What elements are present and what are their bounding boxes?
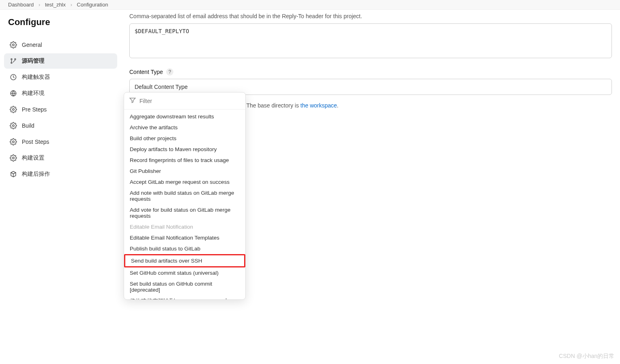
help-icon[interactable]: ?	[166, 68, 173, 76]
breadcrumb-sep: ›	[70, 2, 72, 8]
dropdown-item-8[interactable]: Add vote for build status on GitLab merg…	[124, 204, 245, 221]
dropdown-item-2[interactable]: Build other projects	[124, 133, 245, 144]
sidebar-item-5[interactable]: Build	[4, 118, 117, 133]
sidebar-item-1[interactable]: 源码管理	[4, 53, 117, 69]
gear-icon	[10, 122, 17, 129]
content-type-label: Content Type	[129, 69, 163, 75]
sidebar-item-label: Pre Steps	[22, 106, 46, 113]
sidebar-item-label: 构建设置	[22, 154, 44, 162]
filter-input[interactable]	[139, 98, 240, 104]
sidebar-item-label: 构建环境	[22, 90, 44, 97]
svg-point-0	[13, 44, 15, 46]
dropdown-item-7[interactable]: Add note with build status on GitLab mer…	[124, 187, 245, 204]
svg-point-8	[13, 141, 15, 143]
sidebar-item-4[interactable]: Pre Steps	[4, 102, 117, 117]
page-title: Configure	[8, 17, 113, 27]
breadcrumb-item[interactable]: Dashboard	[8, 2, 34, 8]
dropdown-item-14[interactable]: Set build status on GitHub commit [depre…	[124, 278, 245, 295]
breadcrumb: Dashboard › test_zhlx › Configuration	[0, 0, 620, 10]
breadcrumb-item[interactable]: Configuration	[77, 2, 108, 8]
dropdown-item-13[interactable]: Set GitHub commit status (universal)	[124, 267, 245, 278]
dropdown-item-15[interactable]: 将构建状态评论到 Gitee Pull Request 中	[124, 295, 245, 299]
dropdown-item-0[interactable]: Aggregate downstream test results	[124, 111, 245, 122]
gear-icon	[10, 154, 17, 162]
dropdown-item-5[interactable]: Git Publisher	[124, 166, 245, 177]
filter-icon	[129, 97, 136, 105]
branch-icon	[10, 57, 17, 65]
gear-icon	[10, 106, 17, 113]
sidebar-item-2[interactable]: 构建触发器	[4, 69, 117, 85]
sidebar-item-label: Post Steps	[22, 139, 49, 145]
sidebar-item-label: 构建触发器	[22, 74, 50, 81]
dropdown-item-11[interactable]: Publish build status to GitLab	[124, 243, 245, 254]
gear-icon	[10, 41, 17, 48]
clock-icon	[10, 74, 17, 81]
dropdown-item-4[interactable]: Record fingerprints of files to track us…	[124, 155, 245, 166]
sidebar-item-7[interactable]: 构建设置	[4, 150, 117, 166]
svg-point-9	[13, 157, 15, 159]
dropdown-item-3[interactable]: Deploy artifacts to Maven repository	[124, 144, 245, 155]
postbuild-dropdown: Aggregate downstream test resultsArchive…	[124, 92, 246, 300]
svg-point-7	[13, 125, 15, 127]
breadcrumb-item[interactable]: test_zhlx	[45, 2, 65, 8]
sidebar-item-6[interactable]: Post Steps	[4, 134, 117, 149]
gear-icon	[10, 138, 17, 145]
sidebar-item-8[interactable]: 构建后操作	[4, 166, 117, 182]
sidebar-item-label: 构建后操作	[22, 170, 50, 178]
sidebar-item-3[interactable]: 构建环境	[4, 86, 117, 101]
sidebar-item-label: Build	[22, 122, 34, 129]
package-icon	[10, 170, 17, 178]
dropdown-item-9: Editable Email Notification	[124, 221, 245, 232]
replyto-description: Comma-separated list of email address th…	[129, 13, 612, 19]
sidebar-item-label: 源码管理	[22, 57, 44, 65]
sidebar-item-label: General	[22, 42, 42, 48]
dropdown-item-12[interactable]: Send build artifacts over SSH	[124, 254, 245, 267]
sidebar-item-0[interactable]: General	[4, 37, 117, 53]
dropdown-item-6[interactable]: Accept GitLab merge request on success	[124, 177, 245, 187]
sidebar: Configure General源码管理构建触发器构建环境Pre StepsB…	[0, 10, 121, 362]
breadcrumb-sep: ›	[38, 2, 40, 8]
dropdown-item-1[interactable]: Archive the artifacts	[124, 122, 245, 133]
svg-point-6	[13, 109, 15, 111]
hint-link-workspace[interactable]: the workspace	[300, 102, 337, 109]
globe-icon	[10, 90, 17, 97]
dropdown-item-10[interactable]: Editable Email Notification Templates	[124, 232, 245, 243]
replyto-input[interactable]	[129, 23, 612, 58]
